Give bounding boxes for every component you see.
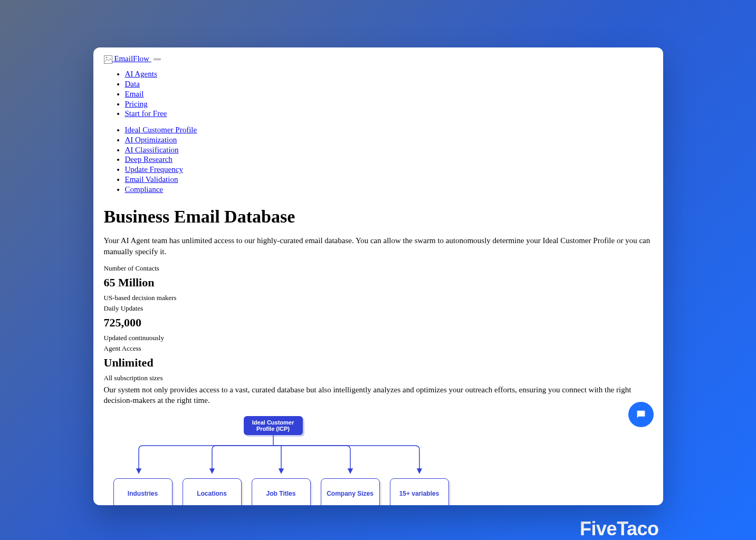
nav-link-ai-agents[interactable]: AI Agents bbox=[125, 70, 157, 78]
stat-contacts: Number of Contacts 65 Million US-based d… bbox=[104, 264, 653, 302]
svg-marker-6 bbox=[348, 469, 352, 473]
subnav-item-icp: Ideal Customer Profile bbox=[125, 125, 653, 135]
diagram-box-locations: Locations bbox=[183, 478, 242, 505]
broken-image-icon bbox=[104, 55, 112, 64]
svg-marker-5 bbox=[279, 469, 283, 473]
diagram-box-company-sizes: Company Sizes bbox=[321, 478, 380, 505]
app-card: EmailFlow AI Agents Data Email Pricing S… bbox=[93, 47, 663, 505]
nav-item-pricing: Pricing bbox=[125, 99, 653, 109]
subnav-item-deep-research: Deep Research bbox=[125, 155, 653, 165]
stat-access-label: Agent Access bbox=[104, 344, 653, 353]
nav-link-data[interactable]: Data bbox=[125, 80, 140, 88]
subnav-item-update-frequency: Update Frequency bbox=[125, 165, 653, 175]
stat-access-sub: All subscription sizes bbox=[104, 374, 653, 382]
icp-diagram: Ideal Customer Profile (ICP) Industries … bbox=[109, 413, 447, 505]
subnav-link-deep-research[interactable]: Deep Research bbox=[125, 155, 173, 163]
subnav-link-icp[interactable]: Ideal Customer Profile bbox=[125, 126, 197, 134]
intro-text: Your AI Agent team has unlimited access … bbox=[104, 235, 653, 257]
svg-marker-7 bbox=[417, 469, 422, 473]
diagram-box-job-titles: Job Titles bbox=[252, 478, 311, 505]
chat-icon bbox=[635, 409, 647, 420]
nav-link-email[interactable]: Email bbox=[125, 90, 144, 98]
subnav-link-update-frequency[interactable]: Update Frequency bbox=[125, 165, 183, 173]
stat-updates-sub: Updated continuously bbox=[104, 334, 653, 342]
nav-item-ai-agents: AI Agents bbox=[125, 69, 653, 79]
nav-toggle-icon[interactable] bbox=[154, 59, 161, 60]
logo-alt-text: EmailFlow bbox=[114, 54, 149, 63]
svg-point-1 bbox=[106, 57, 107, 59]
nav-link-start-free[interactable]: Start for Free bbox=[125, 109, 167, 118]
stat-access: Agent Access Unlimited All subscription … bbox=[104, 344, 653, 382]
secondary-nav: Ideal Customer Profile AI Optimization A… bbox=[125, 125, 653, 194]
diagram-box-variables: 15+ variables bbox=[390, 478, 449, 505]
stat-contacts-value: 65 Million bbox=[104, 276, 653, 290]
page-title: Business Email Database bbox=[104, 207, 653, 227]
brand-footer: FiveTaco bbox=[93, 505, 663, 540]
diagram-root: Ideal Customer Profile (ICP) bbox=[244, 416, 303, 435]
stat-updates: Daily Updates 725,000 Updated continuous… bbox=[104, 304, 653, 342]
svg-marker-3 bbox=[137, 469, 141, 473]
stat-contacts-label: Number of Contacts bbox=[104, 264, 653, 273]
nav-item-start-free: Start for Free bbox=[125, 109, 653, 119]
nav-item-email: Email bbox=[125, 89, 653, 99]
nav-item-data: Data bbox=[125, 79, 653, 89]
stat-updates-value: 725,000 bbox=[104, 316, 653, 330]
nav-link-pricing[interactable]: Pricing bbox=[125, 100, 148, 108]
subnav-item-ai-classification: AI Classification bbox=[125, 145, 653, 155]
subnav-item-compliance: Compliance bbox=[125, 185, 653, 195]
subnav-link-compliance[interactable]: Compliance bbox=[125, 185, 163, 194]
subnav-link-email-validation[interactable]: Email Validation bbox=[125, 175, 178, 184]
brand-name: FiveTaco bbox=[580, 518, 658, 540]
chat-button[interactable] bbox=[628, 402, 654, 427]
diagram-box-industries: Industries bbox=[113, 478, 173, 505]
subnav-item-ai-optimization: AI Optimization bbox=[125, 135, 653, 145]
subnav-link-ai-classification[interactable]: AI Classification bbox=[125, 146, 179, 154]
stat-updates-label: Daily Updates bbox=[104, 304, 653, 313]
logo-link[interactable]: EmailFlow bbox=[104, 54, 151, 63]
subnav-link-ai-optimization[interactable]: AI Optimization bbox=[125, 136, 177, 144]
svg-marker-4 bbox=[210, 469, 214, 473]
stat-access-value: Unlimited bbox=[104, 356, 653, 370]
primary-nav: AI Agents Data Email Pricing Start for F… bbox=[125, 69, 653, 119]
stat-contacts-sub: US-based decision makers bbox=[104, 294, 653, 302]
subnav-item-email-validation: Email Validation bbox=[125, 175, 653, 185]
outro-text: Our system not only provides access to a… bbox=[104, 384, 653, 406]
